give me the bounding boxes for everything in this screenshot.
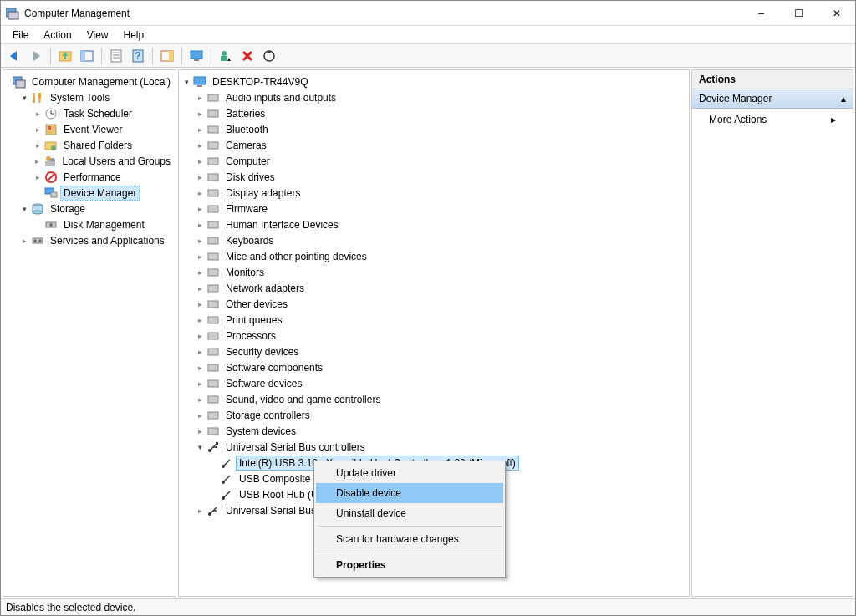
tree-row-performance[interactable]: Performance bbox=[5, 169, 174, 185]
tree-row-usb-controllers[interactable]: Universal Serial Bus controllers bbox=[181, 439, 687, 455]
collapse-icon: ▴ bbox=[841, 93, 846, 104]
menu-view[interactable]: View bbox=[80, 28, 115, 43]
tree-label: Cameras bbox=[222, 138, 270, 153]
actions-section-label: Device Manager bbox=[699, 93, 772, 104]
device-category-icon bbox=[206, 171, 220, 184]
tree-row-shared-folders[interactable]: Shared Folders bbox=[5, 137, 174, 153]
minimize-button[interactable]: – bbox=[742, 1, 780, 26]
ctx-disable-device[interactable]: Disable device bbox=[316, 483, 503, 503]
help-button[interactable]: ? bbox=[128, 46, 148, 66]
svg-rect-16 bbox=[191, 51, 202, 59]
chevron-right-icon: ▸ bbox=[831, 114, 836, 125]
actions-section[interactable]: Device Manager ▴ bbox=[692, 89, 853, 109]
ctx-update-driver[interactable]: Update driver bbox=[316, 463, 503, 483]
monitor-button[interactable] bbox=[186, 46, 206, 66]
tree-row-device-category[interactable]: Monitors bbox=[181, 264, 687, 280]
action-pane-button[interactable] bbox=[157, 46, 177, 66]
tree-row-local-users[interactable]: Local Users and Groups bbox=[5, 153, 174, 169]
ctx-scan-hardware[interactable]: Scan for hardware changes bbox=[316, 529, 503, 549]
menu-action[interactable]: Action bbox=[37, 28, 78, 43]
ctx-uninstall-device[interactable]: Uninstall device bbox=[316, 503, 503, 523]
maximize-button[interactable]: ☐ bbox=[780, 1, 818, 26]
svg-rect-58 bbox=[208, 142, 218, 149]
svg-rect-55 bbox=[208, 94, 218, 101]
tree-row-services[interactable]: Services and Applications bbox=[5, 232, 174, 248]
shared-folders-icon bbox=[44, 139, 58, 152]
tree-row-device-category[interactable]: Mice and other pointing devices bbox=[181, 248, 687, 264]
svg-rect-54 bbox=[197, 85, 202, 87]
svg-rect-57 bbox=[208, 126, 218, 133]
tree-row-computer-root[interactable]: DESKTOP-TR44V9Q bbox=[181, 74, 687, 89]
update-driver-button[interactable] bbox=[259, 46, 279, 66]
tree-row-device-category[interactable]: Batteries bbox=[181, 105, 687, 121]
svg-rect-56 bbox=[208, 110, 218, 117]
back-button[interactable] bbox=[4, 46, 24, 66]
tree-row-device-category[interactable]: System devices bbox=[181, 423, 687, 439]
tree-row-device-category[interactable]: Print queues bbox=[181, 312, 687, 328]
tree-row-device-category[interactable]: Audio inputs and outputs bbox=[181, 89, 687, 105]
tree-row-device-category[interactable]: Bluetooth bbox=[181, 121, 687, 137]
menu-file[interactable]: File bbox=[6, 28, 35, 43]
tree-row-device-category[interactable]: Disk drives bbox=[181, 169, 687, 185]
properties-button[interactable] bbox=[106, 46, 126, 66]
tree-row-device-category[interactable]: Keyboards bbox=[181, 232, 687, 248]
menubar: File Action View Help bbox=[1, 26, 855, 44]
tree-row-device-category[interactable]: Computer bbox=[181, 153, 687, 169]
tree-label: Print queues bbox=[222, 313, 285, 328]
status-text: Disables the selected device. bbox=[6, 602, 135, 613]
tree-row-device-category[interactable]: Software devices bbox=[181, 375, 687, 391]
svg-rect-62 bbox=[208, 206, 218, 212]
tree-row-system-tools[interactable]: System Tools bbox=[5, 89, 174, 105]
tree-row-device-category[interactable]: Security devices bbox=[181, 344, 687, 359]
tree-row-device-category[interactable]: Software components bbox=[181, 359, 687, 375]
tree-label: Computer Management (Local) bbox=[28, 74, 174, 89]
tree-label: Security devices bbox=[222, 344, 302, 359]
left-tree-pane[interactable]: Computer Management (Local) System Tools… bbox=[3, 69, 176, 597]
close-button[interactable]: ✕ bbox=[818, 1, 855, 26]
tree-row-event-viewer[interactable]: Event Viewer bbox=[5, 121, 174, 137]
tree-row-device-category[interactable]: Firmware bbox=[181, 201, 687, 216]
forward-button[interactable] bbox=[26, 46, 46, 66]
statusbar: Disables the selected device. bbox=[1, 598, 855, 615]
tree-label: Software components bbox=[222, 360, 326, 375]
actions-item-more[interactable]: More Actions ▸ bbox=[692, 109, 853, 130]
tree-label: Mice and other pointing devices bbox=[222, 249, 370, 264]
ctx-properties[interactable]: Properties bbox=[316, 555, 503, 575]
svg-rect-1 bbox=[8, 12, 18, 19]
device-category-icon bbox=[206, 155, 220, 168]
enable-button[interactable] bbox=[216, 46, 236, 66]
svg-line-87 bbox=[223, 491, 230, 498]
tree-row-device-category[interactable]: Display adapters bbox=[181, 185, 687, 201]
disable-button[interactable] bbox=[237, 46, 257, 66]
disk-management-icon bbox=[44, 218, 58, 232]
tree-row-device-category[interactable]: Network adapters bbox=[181, 280, 687, 296]
tree-label: Sound, video and game controllers bbox=[222, 392, 384, 407]
up-button[interactable] bbox=[55, 46, 75, 66]
tree-row-device-category[interactable]: Human Interface Devices bbox=[181, 216, 687, 232]
tree-row-device-category[interactable]: Cameras bbox=[181, 137, 687, 153]
svg-text:?: ? bbox=[135, 50, 140, 62]
show-hide-tree-button[interactable] bbox=[77, 46, 97, 66]
tree-label: Shared Folders bbox=[60, 138, 135, 153]
tree-row-task-scheduler[interactable]: Task Scheduler bbox=[5, 105, 174, 121]
tree-row-device-category[interactable]: Other devices bbox=[181, 296, 687, 312]
tree-row-device-category[interactable]: Sound, video and game controllers bbox=[181, 391, 687, 407]
device-category-icon bbox=[206, 234, 220, 247]
svg-marker-3 bbox=[33, 51, 40, 61]
svg-rect-66 bbox=[208, 269, 218, 276]
tree-row-device-category[interactable]: Processors bbox=[181, 328, 687, 344]
svg-point-37 bbox=[51, 145, 56, 150]
task-scheduler-icon bbox=[44, 107, 58, 120]
tree-label: Batteries bbox=[222, 106, 268, 121]
menu-help[interactable]: Help bbox=[117, 28, 151, 43]
svg-point-80 bbox=[216, 445, 217, 447]
tree-row-device-category[interactable]: Storage controllers bbox=[181, 407, 687, 423]
tree-label: Device Manager bbox=[60, 186, 140, 201]
device-category-icon bbox=[206, 377, 220, 390]
tree-row-storage[interactable]: Storage bbox=[5, 201, 174, 216]
tree-row-disk-management[interactable]: Disk Management bbox=[5, 216, 174, 232]
svg-point-47 bbox=[33, 211, 43, 214]
tree-row-root[interactable]: Computer Management (Local) bbox=[5, 74, 174, 89]
tree-label: DESKTOP-TR44V9Q bbox=[209, 74, 311, 89]
tree-row-device-manager[interactable]: Device Manager bbox=[5, 185, 174, 201]
